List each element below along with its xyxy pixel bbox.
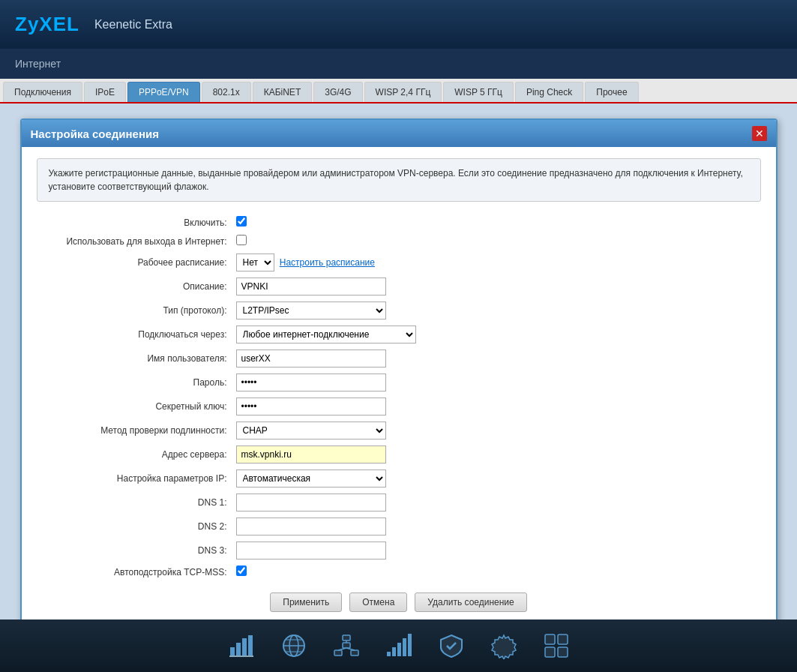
auth-method-select[interactable]: CHAP xyxy=(236,422,386,440)
tab-ipoe[interactable]: IPoE xyxy=(84,82,126,102)
tab-pppoe[interactable]: PPPoE/VPN xyxy=(127,82,200,102)
signal-icon[interactable] xyxy=(384,631,414,661)
tab-wisp5[interactable]: WISP 5 ГГц xyxy=(443,82,514,102)
tab-wisp24[interactable]: WISP 2,4 ГГц xyxy=(364,82,442,102)
svg-rect-0 xyxy=(230,647,235,656)
svg-rect-18 xyxy=(392,647,396,656)
main-content: Настройка соединения ✕ Укажите регистрац… xyxy=(0,104,797,647)
dialog-close-button[interactable]: ✕ xyxy=(752,126,767,141)
schedule-link[interactable]: Настроить расписание xyxy=(280,257,375,268)
description-label: Описание: xyxy=(37,274,232,298)
row-description: Описание: xyxy=(37,274,761,298)
svg-rect-12 xyxy=(351,650,358,656)
password-input[interactable] xyxy=(236,374,386,392)
schedule-select[interactable]: Нет xyxy=(236,254,274,272)
password-cell xyxy=(232,370,761,394)
tab-podklyucheniya[interactable]: Подключения xyxy=(3,82,82,102)
svg-rect-11 xyxy=(343,643,350,648)
row-dns1: DNS 1: xyxy=(37,490,761,514)
secret-input[interactable] xyxy=(236,398,386,416)
row-dns3: DNS 3: xyxy=(37,538,761,562)
svg-rect-1 xyxy=(236,643,241,656)
chart-icon[interactable] xyxy=(226,631,256,661)
delete-button[interactable]: Удалить соединение xyxy=(415,592,526,612)
schedule-cell: Нет Настроить расписание xyxy=(232,250,761,274)
tab-kabinet[interactable]: КАБiNET xyxy=(253,82,313,102)
svg-rect-17 xyxy=(387,652,391,656)
dns3-input[interactable] xyxy=(236,542,386,560)
svg-rect-19 xyxy=(397,643,401,656)
secret-cell xyxy=(232,394,761,418)
vklyuchit-cell xyxy=(232,213,761,232)
dns1-label: DNS 1: xyxy=(37,490,232,514)
tab-3g4g[interactable]: 3G/4G xyxy=(313,82,362,102)
row-vklyuchit: Включить: xyxy=(37,213,761,232)
svg-rect-20 xyxy=(403,638,406,656)
dns2-label: DNS 2: xyxy=(37,514,232,538)
connect-via-cell: Любое интернет-подключение xyxy=(232,322,761,346)
server-label: Адрес сервера: xyxy=(37,442,232,466)
password-label: Пароль: xyxy=(37,370,232,394)
info-text: Укажите регистрационные данные, выданные… xyxy=(49,168,743,192)
logo-zyxel: ZyXEL xyxy=(15,13,79,36)
dns3-label: DNS 3: xyxy=(37,538,232,562)
nav-bar: Интернет xyxy=(0,49,797,79)
secret-label: Секретный ключ: xyxy=(37,394,232,418)
svg-rect-21 xyxy=(408,634,412,656)
dns3-cell xyxy=(232,538,761,562)
dialog-body: Укажите регистрационные данные, выданные… xyxy=(22,147,776,631)
row-auth-method: Метод проверки подлинности: CHAP xyxy=(37,418,761,442)
vklyuchit-checkbox[interactable] xyxy=(236,216,247,226)
row-dns2: DNS 2: xyxy=(37,514,761,538)
connect-via-select[interactable]: Любое интернет-подключение xyxy=(236,326,416,344)
type-select[interactable]: L2TP/IPsec xyxy=(236,302,386,320)
grid-icon[interactable] xyxy=(541,631,571,661)
button-row: Применить Отмена Удалить соединение xyxy=(37,581,761,620)
tab-8021x[interactable]: 802.1x xyxy=(202,82,251,102)
tab-pingcheck[interactable]: Ping Check xyxy=(515,82,583,102)
svg-rect-10 xyxy=(334,650,342,656)
settings-dialog: Настройка соединения ✕ Укажите регистрац… xyxy=(20,118,778,632)
shield-icon[interactable] xyxy=(436,631,466,661)
apply-button[interactable]: Применить xyxy=(270,592,342,612)
row-server: Адрес сервера: xyxy=(37,442,761,466)
tcp-mss-checkbox[interactable] xyxy=(236,566,247,576)
auth-method-label: Метод проверки подлинности: xyxy=(37,418,232,442)
svg-rect-3 xyxy=(248,635,253,656)
dns2-input[interactable] xyxy=(236,518,386,536)
row-ip-settings: Настройка параметров IP: Автоматическая xyxy=(37,466,761,490)
svg-rect-2 xyxy=(242,638,247,656)
type-label: Тип (протокол): xyxy=(37,298,232,322)
connect-via-label: Подключаться через: xyxy=(37,322,232,346)
ip-settings-select[interactable]: Автоматическая xyxy=(236,470,386,488)
ip-settings-cell: Автоматическая xyxy=(232,466,761,490)
username-label: Имя пользователя: xyxy=(37,346,232,370)
gear-icon[interactable] xyxy=(489,631,519,661)
tcp-mss-cell xyxy=(232,562,761,581)
description-cell xyxy=(232,274,761,298)
globe-icon[interactable] xyxy=(279,631,309,661)
tab-prochee[interactable]: Прочее xyxy=(585,82,638,102)
ip-settings-label: Настройка параметров IP: xyxy=(37,466,232,490)
network-icon[interactable] xyxy=(331,631,361,661)
row-schedule: Рабочее расписание: Нет Настроить распис… xyxy=(37,250,761,274)
username-cell xyxy=(232,346,761,370)
taskbar xyxy=(0,620,797,672)
dns1-input[interactable] xyxy=(236,494,386,512)
logo-keenetic: Keenetic Extra xyxy=(94,18,172,32)
svg-rect-25 xyxy=(545,647,555,657)
cancel-button[interactable]: Отмена xyxy=(349,592,407,612)
row-secret: Секретный ключ: xyxy=(37,394,761,418)
auth-method-cell: CHAP xyxy=(232,418,761,442)
type-cell: L2TP/IPsec xyxy=(232,298,761,322)
settings-form: Включить: Использовать для выхода в Инте… xyxy=(37,213,761,581)
description-input[interactable] xyxy=(236,278,386,296)
info-box: Укажите регистрационные данные, выданные… xyxy=(37,158,761,202)
tab-bar: Подключения IPoE PPPoE/VPN 802.1x КАБiNE… xyxy=(0,79,797,104)
server-cell xyxy=(232,442,761,466)
svg-line-13 xyxy=(338,648,346,650)
server-input[interactable] xyxy=(236,446,386,464)
internet-checkbox[interactable] xyxy=(236,235,247,245)
username-input[interactable] xyxy=(236,350,386,368)
row-connect-via: Подключаться через: Любое интернет-подкл… xyxy=(37,322,761,346)
